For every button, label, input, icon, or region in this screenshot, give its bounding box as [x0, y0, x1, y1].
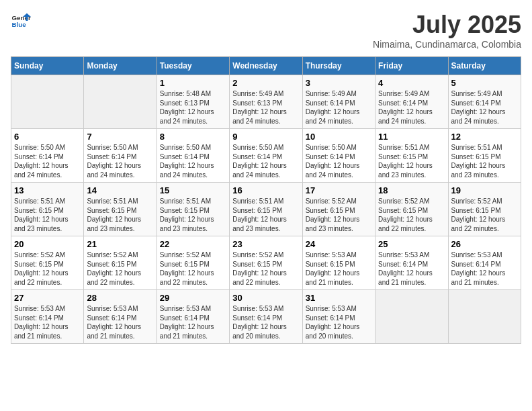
day-number: 14 — [87, 185, 153, 195]
day-info: Sunrise: 5:53 AM Sunset: 6:14 PM Dayligh… — [160, 304, 226, 340]
calendar-cell: 16Sunrise: 5:51 AM Sunset: 6:15 PM Dayli… — [230, 183, 302, 236]
day-info: Sunrise: 5:51 AM Sunset: 6:15 PM Dayligh… — [232, 197, 299, 233]
day-info: Sunrise: 5:53 AM Sunset: 6:14 PM Dayligh… — [232, 304, 299, 340]
day-info: Sunrise: 5:53 AM Sunset: 6:15 PM Dayligh… — [306, 250, 372, 287]
calendar-cell: 10Sunrise: 5:50 AM Sunset: 6:14 PM Dayli… — [302, 129, 375, 183]
calendar-cell — [84, 75, 157, 129]
day-info: Sunrise: 5:52 AM Sunset: 6:15 PM Dayligh… — [160, 250, 226, 287]
calendar-cell: 20Sunrise: 5:52 AM Sunset: 6:15 PM Dayli… — [11, 236, 84, 290]
day-info: Sunrise: 5:52 AM Sunset: 6:15 PM Dayligh… — [232, 250, 299, 287]
calendar-cell: 19Sunrise: 5:52 AM Sunset: 6:15 PM Dayli… — [448, 183, 521, 236]
weekday-header-saturday: Saturday — [448, 57, 521, 75]
day-number: 21 — [87, 239, 153, 249]
day-info: Sunrise: 5:50 AM Sunset: 6:14 PM Dayligh… — [87, 143, 153, 179]
day-info: Sunrise: 5:51 AM Sunset: 6:15 PM Dayligh… — [378, 143, 445, 179]
day-number: 8 — [160, 132, 226, 142]
calendar-cell: 6Sunrise: 5:50 AM Sunset: 6:14 PM Daylig… — [11, 129, 84, 183]
day-info: Sunrise: 5:49 AM Sunset: 6:14 PM Dayligh… — [306, 89, 372, 126]
calendar-cell: 21Sunrise: 5:52 AM Sunset: 6:15 PM Dayli… — [84, 236, 157, 290]
calendar-cell: 9Sunrise: 5:50 AM Sunset: 6:14 PM Daylig… — [230, 129, 302, 183]
day-number: 12 — [451, 132, 518, 142]
calendar-week-3: 13Sunrise: 5:51 AM Sunset: 6:15 PM Dayli… — [11, 183, 521, 236]
weekday-header-wednesday: Wednesday — [230, 57, 302, 75]
calendar-cell: 28Sunrise: 5:53 AM Sunset: 6:14 PM Dayli… — [84, 290, 157, 344]
day-number: 26 — [451, 239, 518, 249]
day-number: 5 — [451, 78, 518, 88]
calendar-cell: 4Sunrise: 5:49 AM Sunset: 6:14 PM Daylig… — [375, 75, 448, 129]
day-info: Sunrise: 5:52 AM Sunset: 6:15 PM Dayligh… — [451, 197, 518, 233]
day-info: Sunrise: 5:52 AM Sunset: 6:15 PM Dayligh… — [378, 197, 445, 233]
day-number: 28 — [87, 293, 153, 303]
day-number: 13 — [14, 185, 81, 195]
day-info: Sunrise: 5:50 AM Sunset: 6:14 PM Dayligh… — [160, 143, 226, 179]
calendar-cell: 11Sunrise: 5:51 AM Sunset: 6:15 PM Dayli… — [375, 129, 448, 183]
day-number: 6 — [14, 132, 81, 142]
day-number: 1 — [160, 78, 226, 88]
day-number: 10 — [306, 132, 372, 142]
day-number: 4 — [378, 78, 445, 88]
calendar-cell: 14Sunrise: 5:51 AM Sunset: 6:15 PM Dayli… — [84, 183, 157, 236]
calendar-cell: 27Sunrise: 5:53 AM Sunset: 6:14 PM Dayli… — [11, 290, 84, 344]
day-number: 22 — [160, 239, 226, 249]
calendar-cell: 24Sunrise: 5:53 AM Sunset: 6:15 PM Dayli… — [302, 236, 375, 290]
calendar-cell: 8Sunrise: 5:50 AM Sunset: 6:14 PM Daylig… — [157, 129, 229, 183]
main-title: July 2025 — [373, 11, 521, 39]
svg-text:Blue: Blue — [12, 21, 27, 28]
calendar-cell: 30Sunrise: 5:53 AM Sunset: 6:14 PM Dayli… — [230, 290, 302, 344]
calendar-cell: 26Sunrise: 5:53 AM Sunset: 6:14 PM Dayli… — [448, 236, 521, 290]
calendar-week-4: 20Sunrise: 5:52 AM Sunset: 6:15 PM Dayli… — [11, 236, 521, 290]
day-info: Sunrise: 5:53 AM Sunset: 6:14 PM Dayligh… — [451, 250, 518, 287]
calendar-cell: 25Sunrise: 5:53 AM Sunset: 6:14 PM Dayli… — [375, 236, 448, 290]
day-number: 24 — [306, 239, 372, 249]
day-info: Sunrise: 5:53 AM Sunset: 6:14 PM Dayligh… — [306, 304, 372, 340]
day-number: 20 — [14, 239, 81, 249]
day-number: 16 — [232, 185, 299, 195]
title-area: July 2025 Nimaima, Cundinamarca, Colombi… — [373, 11, 521, 50]
day-info: Sunrise: 5:51 AM Sunset: 6:15 PM Dayligh… — [451, 143, 518, 179]
logo-icon: General Blue — [11, 11, 31, 31]
calendar-cell: 13Sunrise: 5:51 AM Sunset: 6:15 PM Dayli… — [11, 183, 84, 236]
weekday-header-tuesday: Tuesday — [157, 57, 229, 75]
calendar-cell — [11, 75, 84, 129]
calendar-cell: 15Sunrise: 5:51 AM Sunset: 6:15 PM Dayli… — [157, 183, 229, 236]
day-info: Sunrise: 5:48 AM Sunset: 6:13 PM Dayligh… — [160, 89, 226, 126]
day-number: 23 — [232, 239, 299, 249]
weekday-header-monday: Monday — [84, 57, 157, 75]
page-header: General Blue July 2025 Nimaima, Cundinam… — [11, 11, 521, 50]
calendar-cell: 22Sunrise: 5:52 AM Sunset: 6:15 PM Dayli… — [157, 236, 229, 290]
calendar-cell: 31Sunrise: 5:53 AM Sunset: 6:14 PM Dayli… — [302, 290, 375, 344]
calendar-cell — [448, 290, 521, 344]
calendar-cell: 23Sunrise: 5:52 AM Sunset: 6:15 PM Dayli… — [230, 236, 302, 290]
day-info: Sunrise: 5:49 AM Sunset: 6:14 PM Dayligh… — [378, 89, 445, 126]
day-number: 29 — [160, 293, 226, 303]
calendar-table: SundayMondayTuesdayWednesdayThursdayFrid… — [11, 56, 521, 344]
calendar-cell: 12Sunrise: 5:51 AM Sunset: 6:15 PM Dayli… — [448, 129, 521, 183]
day-info: Sunrise: 5:50 AM Sunset: 6:14 PM Dayligh… — [14, 143, 81, 179]
calendar-week-5: 27Sunrise: 5:53 AM Sunset: 6:14 PM Dayli… — [11, 290, 521, 344]
calendar-cell: 18Sunrise: 5:52 AM Sunset: 6:15 PM Dayli… — [375, 183, 448, 236]
day-number: 2 — [232, 78, 299, 88]
day-info: Sunrise: 5:49 AM Sunset: 6:13 PM Dayligh… — [232, 89, 299, 126]
calendar-week-2: 6Sunrise: 5:50 AM Sunset: 6:14 PM Daylig… — [11, 129, 521, 183]
day-number: 3 — [306, 78, 372, 88]
calendar-cell: 5Sunrise: 5:49 AM Sunset: 6:14 PM Daylig… — [448, 75, 521, 129]
day-info: Sunrise: 5:53 AM Sunset: 6:14 PM Dayligh… — [14, 304, 81, 340]
calendar-cell: 1Sunrise: 5:48 AM Sunset: 6:13 PM Daylig… — [157, 75, 229, 129]
day-number: 19 — [451, 185, 518, 195]
day-info: Sunrise: 5:52 AM Sunset: 6:15 PM Dayligh… — [87, 250, 153, 287]
day-number: 17 — [306, 185, 372, 195]
day-info: Sunrise: 5:51 AM Sunset: 6:15 PM Dayligh… — [14, 197, 81, 233]
calendar-week-1: 1Sunrise: 5:48 AM Sunset: 6:13 PM Daylig… — [11, 75, 521, 129]
day-info: Sunrise: 5:52 AM Sunset: 6:15 PM Dayligh… — [14, 250, 81, 287]
calendar-cell: 7Sunrise: 5:50 AM Sunset: 6:14 PM Daylig… — [84, 129, 157, 183]
day-number: 11 — [378, 132, 445, 142]
calendar-cell: 17Sunrise: 5:52 AM Sunset: 6:15 PM Dayli… — [302, 183, 375, 236]
calendar-cell — [375, 290, 448, 344]
weekday-header-sunday: Sunday — [11, 57, 84, 75]
day-number: 15 — [160, 185, 226, 195]
day-info: Sunrise: 5:52 AM Sunset: 6:15 PM Dayligh… — [306, 197, 372, 233]
day-info: Sunrise: 5:51 AM Sunset: 6:15 PM Dayligh… — [160, 197, 226, 233]
calendar-cell: 29Sunrise: 5:53 AM Sunset: 6:14 PM Dayli… — [157, 290, 229, 344]
day-info: Sunrise: 5:49 AM Sunset: 6:14 PM Dayligh… — [451, 89, 518, 126]
calendar-cell: 3Sunrise: 5:49 AM Sunset: 6:14 PM Daylig… — [302, 75, 375, 129]
